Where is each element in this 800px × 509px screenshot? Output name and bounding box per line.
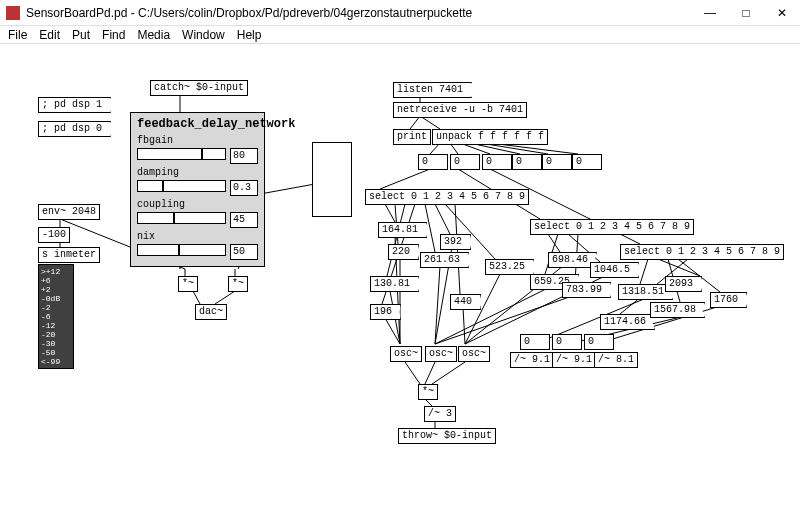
num-z0[interactable]: 0 <box>418 154 448 170</box>
obj-div3[interactable]: /~ 8.1 <box>594 352 638 368</box>
val-coupling[interactable]: 45 <box>230 212 258 228</box>
slider-fbgain[interactable] <box>137 148 226 160</box>
obj-env[interactable]: env~ 2048 <box>38 204 100 220</box>
msg-v-196[interactable]: 196 <box>370 304 401 320</box>
menu-file[interactable]: File <box>8 28 27 42</box>
obj-sigmul-sum[interactable]: *~ <box>418 384 438 400</box>
obj-div1[interactable]: /~ 9.1 <box>510 352 554 368</box>
msg-v-16481[interactable]: 164.81 <box>378 222 427 238</box>
num-z2[interactable]: 0 <box>482 154 512 170</box>
gop-fdn[interactable]: feedback_delay_network fbgain 80 damping… <box>130 112 265 267</box>
val-mix[interactable]: 50 <box>230 244 258 260</box>
val-damping[interactable]: 0.3 <box>230 180 258 196</box>
gop-row-coupling: coupling 45 <box>137 198 258 228</box>
obj-netreceive[interactable]: netreceive -u -b 7401 <box>393 102 527 118</box>
msg-v-69846[interactable]: 698.46 <box>548 252 597 268</box>
menu-media[interactable]: Media <box>137 28 170 42</box>
svg-line-36 <box>658 259 700 276</box>
num-z1[interactable]: 0 <box>450 154 480 170</box>
maximize-button[interactable]: □ <box>728 0 764 26</box>
svg-line-6 <box>215 291 235 304</box>
vu-row: <-99 <box>41 357 71 366</box>
msg-v-78399[interactable]: 783.99 <box>562 282 611 298</box>
num-lz1[interactable]: 0 <box>552 334 582 350</box>
num-z3[interactable]: 0 <box>512 154 542 170</box>
msg-v-440[interactable]: 440 <box>450 294 481 310</box>
gop-row-fbgain: fbgain 80 <box>137 134 258 164</box>
close-button[interactable]: ✕ <box>764 0 800 26</box>
msg-v-26163[interactable]: 261.63 <box>420 252 469 268</box>
obj-select1[interactable]: select 0 1 2 3 4 5 6 7 8 9 <box>365 189 529 205</box>
num-z5[interactable]: 0 <box>572 154 602 170</box>
menu-edit[interactable]: Edit <box>39 28 60 42</box>
slider-damping[interactable] <box>137 180 226 192</box>
msg-listen[interactable]: listen 7401 <box>393 82 472 98</box>
vu-row: -6 <box>41 312 71 321</box>
obj-select3[interactable]: select 0 1 2 3 4 5 6 7 8 9 <box>620 244 784 260</box>
num-lz0[interactable]: 0 <box>520 334 550 350</box>
vu-row: +6 <box>41 276 71 285</box>
msg-v-156798[interactable]: 1567.98 <box>650 302 705 318</box>
msg-v-10465[interactable]: 1046.5 <box>590 262 639 278</box>
svg-line-31 <box>548 234 560 252</box>
vu-row: -30 <box>41 339 71 348</box>
msg-v-392[interactable]: 392 <box>440 234 471 250</box>
obj-osc3[interactable]: osc~ <box>458 346 490 362</box>
menu-help[interactable]: Help <box>237 28 262 42</box>
msg-v-2093[interactable]: 2093 <box>665 276 702 292</box>
menu-put[interactable]: Put <box>72 28 90 42</box>
svg-line-27 <box>425 204 435 252</box>
obj-print[interactable]: print <box>393 129 431 145</box>
num-minus100[interactable]: -100 <box>38 227 70 243</box>
svg-line-47 <box>463 307 465 344</box>
vu-row: -12 <box>41 321 71 330</box>
gop-label: coupling <box>137 198 258 212</box>
svg-line-5 <box>193 291 200 304</box>
obj-dac[interactable]: dac~ <box>195 304 227 320</box>
vu-meter: >+12 +6 +2 -0dB -2 -6 -12 -20 -30 -50 <-… <box>38 264 74 369</box>
pd-canvas[interactable]: ; pd dsp 1 ; pd dsp 0 env~ 2048 -100 s i… <box>0 44 800 509</box>
obj-div-by-3[interactable]: /~ 3 <box>424 406 456 422</box>
svg-line-29 <box>445 204 495 259</box>
num-lz2[interactable]: 0 <box>584 334 614 350</box>
obj-catch[interactable]: catch~ $0-input <box>150 80 248 96</box>
slider-mix[interactable] <box>137 244 226 256</box>
vu-row: -0dB <box>41 294 71 303</box>
svg-line-56 <box>425 362 435 384</box>
msg-dsp-off[interactable]: ; pd dsp 0 <box>38 121 111 137</box>
msg-v-13081[interactable]: 130.81 <box>370 276 419 292</box>
obj-div2[interactable]: /~ 9.1 <box>552 352 596 368</box>
window-title: SensorBoardPd.pd - C:/Users/colin/Dropbo… <box>26 6 692 20</box>
svg-line-23 <box>385 204 395 222</box>
output-gop[interactable] <box>312 142 352 217</box>
obj-s-inmeter[interactable]: s inmeter <box>38 247 100 263</box>
gop-row-mix: nix 50 <box>137 230 258 260</box>
menubar: File Edit Put Find Media Window Help <box>0 26 800 44</box>
svg-line-25 <box>387 204 405 276</box>
obj-sigmul-right[interactable]: *~ <box>228 276 248 292</box>
vu-row: -20 <box>41 330 71 339</box>
obj-select2[interactable]: select 0 1 2 3 4 5 6 7 8 9 <box>530 219 694 235</box>
svg-line-44 <box>435 266 440 344</box>
msg-v-52325[interactable]: 523.25 <box>485 259 534 275</box>
msg-v-1760[interactable]: 1760 <box>710 292 747 308</box>
window-controls: — □ ✕ <box>692 0 800 25</box>
num-z4[interactable]: 0 <box>542 154 572 170</box>
obj-unpack[interactable]: unpack f f f f f f <box>432 129 548 145</box>
msg-v-117466[interactable]: 1174.66 <box>600 314 655 330</box>
gop-label: fbgain <box>137 134 258 148</box>
obj-osc1[interactable]: osc~ <box>390 346 422 362</box>
msg-v-220[interactable]: 220 <box>388 244 419 260</box>
val-fbgain[interactable]: 80 <box>230 148 258 164</box>
menu-window[interactable]: Window <box>182 28 225 42</box>
obj-throw[interactable]: throw~ $0-input <box>398 428 496 444</box>
svg-line-57 <box>432 362 465 384</box>
slider-coupling[interactable] <box>137 212 226 224</box>
svg-line-35 <box>640 259 648 284</box>
msg-v-131851[interactable]: 1318.51 <box>618 284 673 300</box>
obj-osc2[interactable]: osc~ <box>425 346 457 362</box>
minimize-button[interactable]: — <box>692 0 728 26</box>
obj-sigmul-left[interactable]: *~ <box>178 276 198 292</box>
menu-find[interactable]: Find <box>102 28 125 42</box>
msg-dsp-on[interactable]: ; pd dsp 1 <box>38 97 111 113</box>
